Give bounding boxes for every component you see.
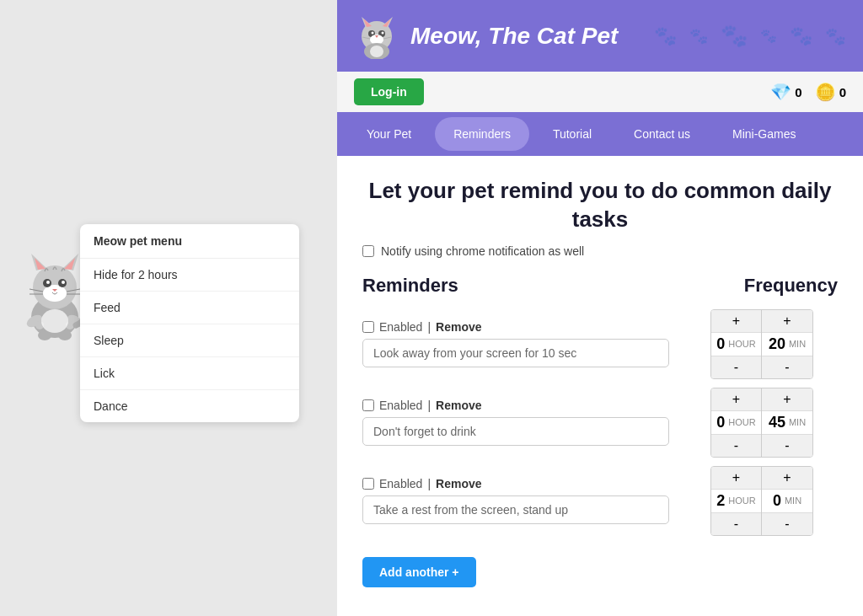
paw-decoration: 🐾 🐾 🐾 🐾 🐾 🐾: [654, 0, 846, 72]
add-reminder-button[interactable]: Add another +: [362, 557, 476, 587]
gem-icon: 💎: [770, 82, 791, 102]
reminder-input-1[interactable]: [362, 339, 669, 367]
freq-hour-minus-1[interactable]: -: [711, 356, 761, 378]
reminder-checkbox-1[interactable]: [362, 321, 374, 333]
reminder-checkbox-2[interactable]: [362, 399, 374, 411]
reminder-row-3: Enabled | Remove + 2 HOUR -: [362, 466, 838, 536]
reminder-input-2[interactable]: [362, 417, 669, 446]
freq-min-lbl-3: MIN: [785, 495, 801, 506]
freq-min-plus-2[interactable]: +: [762, 388, 812, 411]
freq-hour-plus-3[interactable]: +: [711, 467, 761, 490]
reminder-checkbox-3[interactable]: [362, 478, 374, 490]
reminder-frequency-3: + 2 HOUR - + 0 MIN -: [686, 466, 838, 536]
freq-box-3: + 2 HOUR - + 0 MIN -: [710, 466, 813, 536]
freq-hour-val-1: 0: [716, 335, 725, 353]
reminders-header: Reminders: [362, 275, 458, 297]
freq-min-plus-1[interactable]: +: [762, 310, 812, 333]
app-main: Let your pet remind you to do common dai…: [337, 156, 863, 616]
reminder-enabled-row-1: Enabled | Remove: [362, 320, 669, 334]
login-button[interactable]: Log-in: [354, 78, 424, 105]
tab-your-pet[interactable]: Your Pet: [348, 117, 430, 151]
tab-tutorial[interactable]: Tutorial: [534, 117, 610, 151]
app-header: Meow, The Cat Pet 🐾 🐾 🐾 🐾 🐾 🐾: [337, 0, 863, 72]
freq-min-value-row-1: 20 MIN: [765, 333, 809, 356]
freq-min-value-row-3: 0 MIN: [769, 490, 805, 512]
section-headers: Reminders Frequency: [362, 275, 838, 297]
reminder-left-1: Enabled | Remove: [362, 320, 669, 367]
menu-item-lick[interactable]: Lick: [80, 357, 299, 390]
freq-min-val-3: 0: [773, 492, 781, 510]
app-title: Meow, The Cat Pet: [410, 23, 618, 50]
reminder-row-2: Enabled | Remove + 0 HOUR -: [362, 388, 838, 458]
freq-hour-value-row-1: 0 HOUR: [713, 333, 758, 356]
reminder-left-3: Enabled | Remove: [362, 477, 669, 524]
freq-hour-lbl-3: HOUR: [728, 495, 755, 506]
reminder-enabled-label-1: Enabled: [379, 320, 422, 334]
left-panel: Meow pet menu Hide for 2 hours Feed Slee…: [0, 0, 337, 616]
notify-label: Notify using chrome notification as well: [381, 244, 584, 258]
freq-hour-minus-3[interactable]: -: [711, 512, 761, 535]
add-button-container: Add another +: [362, 544, 838, 587]
tab-contact[interactable]: Contact us: [615, 117, 709, 151]
reminder-enabled-label-2: Enabled: [379, 399, 422, 412]
menu-item-feed[interactable]: Feed: [80, 292, 299, 324]
app-nav: Your Pet Reminders Tutorial Contact us M…: [337, 112, 863, 156]
freq-min-minus-3[interactable]: -: [762, 512, 812, 535]
cat-menu-popup: Meow pet menu Hide for 2 hours Feed Slee…: [80, 224, 299, 422]
svg-point-23: [41, 309, 68, 333]
header-cat-icon: [354, 13, 400, 59]
coin-currency: 🪙 0: [815, 82, 846, 102]
cat-menu-container: Meow pet menu Hide for 2 hours Feed Slee…: [13, 190, 324, 426]
freq-min-group-1: + 20 MIN -: [762, 310, 812, 378]
reminder-left-2: Enabled | Remove: [362, 399, 669, 446]
freq-hour-value-row-2: 0 HOUR: [713, 411, 758, 434]
freq-min-lbl-2: MIN: [789, 417, 806, 427]
menu-item-sleep[interactable]: Sleep: [80, 324, 299, 357]
app-toolbar: Log-in 💎 0 🪙 0: [337, 72, 863, 112]
freq-min-plus-3[interactable]: +: [762, 467, 812, 490]
reminder-row-1: Enabled | Remove + 0 HOUR -: [362, 309, 838, 379]
frequency-header: Frequency: [744, 275, 838, 297]
svg-point-11: [62, 281, 65, 284]
coin-count: 0: [839, 85, 846, 99]
freq-min-group-2: + 45 MIN -: [762, 388, 812, 457]
reminder-input-3[interactable]: [362, 495, 669, 524]
reminder-remove-2[interactable]: Remove: [436, 399, 481, 412]
freq-min-val-1: 20: [769, 335, 785, 353]
freq-min-minus-2[interactable]: -: [762, 434, 812, 457]
freq-min-val-2: 45: [769, 414, 785, 431]
tab-reminders[interactable]: Reminders: [435, 117, 529, 151]
freq-hour-group-2: + 0 HOUR -: [711, 388, 762, 457]
reminder-enabled-label-3: Enabled: [379, 477, 422, 490]
coin-icon: 🪙: [815, 82, 836, 102]
reminder-separator-3: |: [427, 477, 431, 490]
menu-item-dance[interactable]: Dance: [80, 390, 299, 422]
currency-row: 💎 0 🪙 0: [770, 82, 846, 102]
freq-hour-plus-1[interactable]: +: [711, 310, 761, 333]
menu-item-hide[interactable]: Hide for 2 hours: [80, 259, 299, 292]
tab-minigames[interactable]: Mini-Games: [714, 117, 814, 151]
svg-point-31: [372, 32, 374, 35]
freq-hour-val-3: 2: [716, 492, 725, 510]
right-panel: Meow, The Cat Pet 🐾 🐾 🐾 🐾 🐾 🐾 Log-in 💎 0…: [337, 0, 863, 616]
reminder-remove-3[interactable]: Remove: [436, 477, 481, 490]
svg-point-10: [46, 281, 50, 284]
notify-checkbox[interactable]: [362, 245, 374, 257]
cat-menu-title: Meow pet menu: [80, 224, 299, 259]
freq-min-value-row-2: 45 MIN: [765, 411, 809, 434]
reminder-frequency-2: + 0 HOUR - + 45 MIN -: [686, 388, 838, 458]
freq-hour-group-3: + 2 HOUR -: [711, 467, 762, 535]
freq-hour-group-1: + 0 HOUR -: [711, 310, 762, 378]
reminder-enabled-row-2: Enabled | Remove: [362, 399, 669, 412]
reminder-enabled-row-3: Enabled | Remove: [362, 477, 669, 490]
reminder-remove-1[interactable]: Remove: [436, 320, 481, 334]
freq-hour-minus-2[interactable]: -: [711, 434, 761, 457]
freq-box-2: + 0 HOUR - + 45 MIN -: [710, 388, 813, 458]
freq-min-minus-1[interactable]: -: [762, 356, 812, 378]
freq-box-1: + 0 HOUR - + 20 MIN -: [710, 309, 813, 379]
svg-point-32: [382, 32, 384, 35]
notify-row: Notify using chrome notification as well: [362, 244, 838, 258]
freq-hour-plus-2[interactable]: +: [711, 388, 761, 411]
gem-count: 0: [795, 85, 801, 99]
svg-point-38: [370, 46, 383, 57]
